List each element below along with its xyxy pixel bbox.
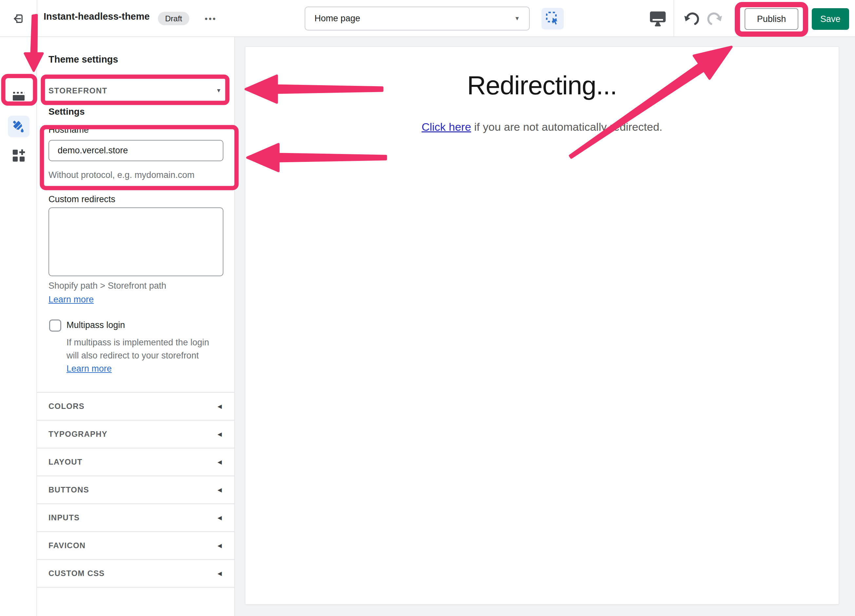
collapsed-sections-accordion: COLORS ◀ TYPOGRAPHY ◀ LAYOUT ◀ BUTTONS ◀…: [37, 392, 234, 588]
device-preview-button[interactable]: [648, 9, 668, 28]
publish-button[interactable]: Publish: [745, 8, 798, 30]
accordion-section-favicon[interactable]: FAVICON ◀: [37, 531, 234, 559]
custom-redirects-learn-more-link[interactable]: Learn more: [49, 294, 94, 305]
topbar: Instant-headless-theme Draft ••• Home pa…: [0, 0, 855, 37]
accordion-label: TYPOGRAPHY: [49, 429, 218, 439]
accordion-section-typography[interactable]: TYPOGRAPHY ◀: [37, 420, 234, 447]
custom-redirects-helper-text: Shopify path > Storefront path: [49, 281, 166, 291]
multipass-label: Multipass login: [66, 320, 125, 330]
storefront-accordion-header[interactable]: STOREFRONT ▼: [37, 78, 234, 104]
accordion-label: BUTTONS: [49, 485, 218, 495]
click-here-link[interactable]: Click here: [421, 121, 471, 133]
status-badge: Draft: [158, 12, 189, 25]
collapsed-caret-icon: ◀: [218, 515, 222, 521]
hostname-helper-text: Without protocol, e.g. mydomain.com: [49, 170, 195, 180]
collapsed-caret-icon: ◀: [218, 403, 222, 410]
settings-subheading: Settings: [49, 106, 84, 117]
undo-button[interactable]: [683, 11, 699, 27]
hostname-label: Hostname: [49, 125, 89, 135]
redirect-message: Click here if you are not automatically …: [245, 121, 839, 133]
storefront-expanded-caret-icon: ▼: [216, 87, 221, 94]
accordion-end-divider: [37, 587, 234, 588]
collapsed-caret-icon: ◀: [218, 487, 222, 493]
exit-icon: [12, 21, 24, 26]
hostname-input[interactable]: [49, 140, 224, 161]
redo-button[interactable]: [707, 11, 723, 27]
overflow-menu-button[interactable]: •••: [199, 11, 222, 26]
inspect-mode-button[interactable]: [541, 8, 564, 29]
apps-tab[interactable]: [0, 144, 37, 168]
accordion-section-colors[interactable]: COLORS ◀: [37, 392, 234, 420]
redo-icon: [707, 23, 723, 28]
sidebar-title: Theme settings: [49, 54, 118, 65]
accordion-label: FAVICON: [49, 541, 218, 550]
collapsed-caret-icon: ◀: [218, 431, 222, 438]
theme-settings-tab[interactable]: [0, 115, 37, 138]
sections-icon: [11, 91, 26, 106]
custom-redirects-label: Custom redirects: [49, 194, 115, 204]
storefront-preview-panel: Redirecting... Click here if you are not…: [245, 46, 839, 605]
chevron-down-icon: ▼: [514, 15, 520, 22]
accordion-label: LAYOUT: [49, 457, 218, 467]
accordion-label: CUSTOM CSS: [49, 569, 218, 578]
paintbrush-icon: [11, 119, 26, 135]
icon-rail: [0, 37, 37, 616]
exit-editor-button[interactable]: [12, 13, 24, 25]
accordion-section-custom-css[interactable]: CUSTOM CSS ◀: [37, 559, 234, 587]
preview-canvas: Redirecting... Click here if you are not…: [235, 37, 855, 616]
multipass-checkbox[interactable]: [49, 319, 61, 332]
topbar-rail-divider: [37, 0, 37, 36]
multipass-learn-more-link[interactable]: Learn more: [66, 364, 112, 374]
sections-tab[interactable]: [0, 86, 37, 110]
accordion-section-layout[interactable]: LAYOUT ◀: [37, 447, 234, 475]
storefront-accordion-label: STOREFRONT: [49, 86, 216, 95]
topbar-divider: [674, 0, 674, 36]
theme-settings-active-pill: [8, 116, 29, 137]
theme-title: Instant-headless-theme: [44, 11, 150, 22]
undo-icon: [683, 23, 699, 28]
selection-cursor-icon: [545, 11, 560, 26]
monitor-icon: [648, 24, 667, 29]
accordion-section-buttons[interactable]: BUTTONS ◀: [37, 475, 234, 503]
custom-redirects-textarea[interactable]: [49, 207, 224, 276]
accordion-section-inputs[interactable]: INPUTS ◀: [37, 503, 234, 531]
page-selector[interactable]: Home page ▼: [305, 6, 530, 31]
multipass-description-text: If multipass is implemented the login wi…: [66, 337, 209, 360]
save-button[interactable]: Save: [812, 8, 849, 30]
accordion-label: COLORS: [49, 402, 218, 411]
theme-settings-sidebar: Theme settings STOREFRONT ▼ Settings Hos…: [37, 37, 235, 616]
theme-editor-app: Instant-headless-theme Draft ••• Home pa…: [0, 0, 855, 616]
accordion-label: INPUTS: [49, 513, 218, 522]
collapsed-caret-icon: ◀: [218, 542, 222, 549]
page-selector-value: Home page: [314, 14, 514, 24]
redirect-message-text: if you are not automatically redirected.: [471, 121, 662, 133]
redirecting-heading: Redirecting...: [245, 70, 839, 101]
collapsed-caret-icon: ◀: [218, 459, 222, 466]
apps-plus-icon: [12, 149, 26, 164]
multipass-description: If multipass is implemented the login wi…: [66, 336, 223, 375]
collapsed-caret-icon: ◀: [218, 570, 222, 577]
